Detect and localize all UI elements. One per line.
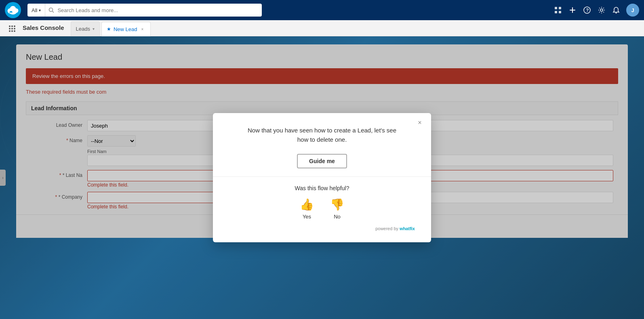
settings-icon[interactable] xyxy=(597,6,606,15)
thumbs-up-icon: 👍 xyxy=(300,198,314,211)
helpful-buttons: 👍 Yes 👎 No xyxy=(229,198,415,220)
helpful-section: Was this flow helpful? 👍 Yes 👎 No powere… xyxy=(229,185,415,231)
nav-right-icons: ? J xyxy=(554,4,639,17)
thumbs-down-button[interactable]: 👎 No xyxy=(330,198,344,220)
svg-rect-9 xyxy=(555,11,557,13)
tab-leads-dropdown-icon: ▾ xyxy=(93,27,95,31)
svg-point-22 xyxy=(14,28,15,29)
search-input[interactable] xyxy=(57,7,262,13)
tab-new-lead-star-icon: ★ xyxy=(107,26,111,32)
tab-leads[interactable]: Leads ▾ xyxy=(71,21,100,36)
tab-new-lead[interactable]: ★ New Lead × xyxy=(101,22,151,36)
search-all-label: All xyxy=(32,7,37,13)
svg-point-17 xyxy=(9,25,11,27)
app-launcher-icon[interactable] xyxy=(5,21,19,36)
svg-point-19 xyxy=(14,25,15,27)
helpful-question: Was this flow helpful? xyxy=(229,185,415,191)
notification-icon[interactable] xyxy=(612,6,621,15)
svg-point-23 xyxy=(9,30,11,32)
modal-close-button[interactable]: × xyxy=(415,118,425,128)
svg-line-6 xyxy=(53,11,54,13)
salesforce-logo[interactable]: ☁ xyxy=(5,2,21,18)
svg-point-15 xyxy=(600,9,603,11)
guide-me-button[interactable]: Guide me xyxy=(297,154,347,168)
main-area: › New Lead Review the errors on this pag… xyxy=(0,36,644,319)
search-bar: All ▾ xyxy=(27,4,262,17)
avatar-initials: J xyxy=(631,7,634,13)
svg-text:☁: ☁ xyxy=(9,9,13,13)
yes-label: Yes xyxy=(303,214,311,220)
modal-divider-1 xyxy=(213,176,431,177)
svg-rect-7 xyxy=(555,7,557,9)
tab-new-lead-close-icon[interactable]: × xyxy=(140,26,145,32)
whatfix-brand: whatfix xyxy=(400,226,415,231)
svg-rect-10 xyxy=(559,11,561,13)
svg-rect-8 xyxy=(559,7,561,9)
top-nav: ☁ All ▾ xyxy=(0,0,644,20)
tab-new-lead-label: New Lead xyxy=(114,26,137,32)
thumbs-up-button[interactable]: 👍 Yes xyxy=(300,198,314,220)
svg-point-25 xyxy=(14,30,15,32)
thumbs-down-icon: 👎 xyxy=(330,198,344,211)
svg-point-24 xyxy=(11,30,13,32)
whatfix-modal: × Now that you have seen how to create a… xyxy=(213,113,431,242)
add-icon[interactable] xyxy=(568,6,577,15)
svg-point-21 xyxy=(11,28,13,29)
tab-leads-label: Leads xyxy=(76,26,90,32)
tab-bar: Sales Console Leads ▾ ★ New Lead × xyxy=(0,20,644,36)
recent-items-icon[interactable] xyxy=(554,6,562,15)
search-all-button[interactable]: All ▾ xyxy=(27,4,45,17)
modal-body-text: Now that you have seen how to create a L… xyxy=(229,126,415,144)
avatar[interactable]: J xyxy=(626,4,639,17)
svg-point-5 xyxy=(49,8,53,12)
search-icon xyxy=(45,7,57,13)
svg-rect-12 xyxy=(570,10,575,10)
guide-me-label: Guide me xyxy=(309,158,335,164)
svg-point-16 xyxy=(616,13,617,14)
svg-point-18 xyxy=(11,25,13,27)
svg-point-20 xyxy=(9,28,11,29)
app-name: Sales Console xyxy=(23,20,64,36)
modal-overlay: × Now that you have seen how to create a… xyxy=(0,36,644,319)
no-label: No xyxy=(334,214,341,220)
svg-text:?: ? xyxy=(586,8,589,13)
modal-close-icon: × xyxy=(418,119,421,126)
help-icon[interactable]: ? xyxy=(583,6,591,15)
search-dropdown-icon: ▾ xyxy=(39,8,41,13)
powered-by: powered by whatfix xyxy=(229,226,415,231)
